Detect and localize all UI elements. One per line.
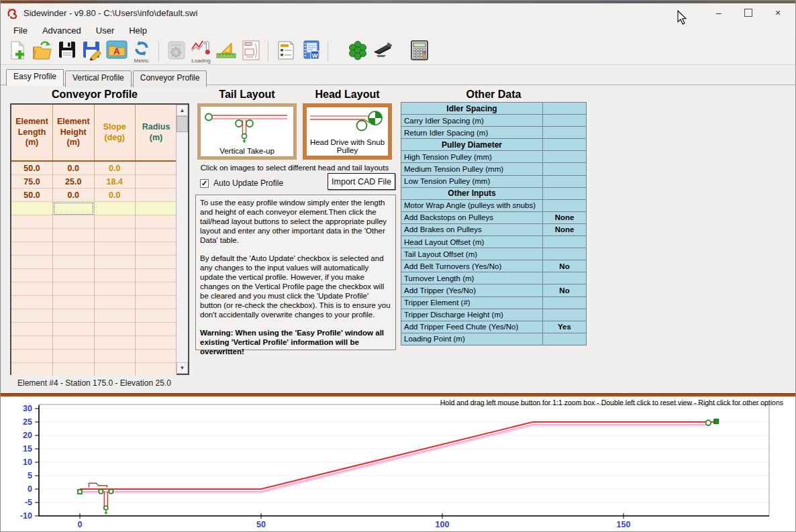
profile-cell[interactable] — [94, 363, 136, 376]
profile-cell[interactable] — [53, 323, 95, 336]
profile-cell[interactable] — [53, 215, 95, 229]
profile-cell[interactable] — [11, 229, 53, 242]
profile-cell[interactable]: 75.0 — [11, 175, 53, 189]
equipment-button[interactable] — [370, 39, 395, 64]
profile-cell[interactable] — [94, 282, 136, 296]
other-data-value[interactable] — [543, 333, 587, 345]
save-as-button[interactable] — [79, 39, 104, 64]
other-data-value[interactable]: No — [543, 260, 587, 272]
info-settings-button-disabled[interactable]: INFO — [164, 39, 189, 64]
scroll-up-arrow[interactable]: ▲ — [177, 105, 188, 116]
profile-cell[interactable] — [94, 296, 136, 309]
profile-cell[interactable] — [53, 282, 95, 296]
profile-cell[interactable] — [94, 269, 136, 282]
profile-cell[interactable]: 18.4 — [94, 175, 136, 189]
profile-cell[interactable] — [136, 215, 177, 229]
tab-conveyor-profile[interactable]: Conveyor Profile — [133, 70, 207, 87]
menu-file[interactable]: File — [6, 23, 35, 38]
profile-cell[interactable] — [94, 336, 136, 350]
profile-cell[interactable] — [94, 323, 136, 336]
profile-chart-svg[interactable]: 302520151050-5-10050100150 — [1, 396, 796, 532]
profile-cell[interactable]: 0.0 — [94, 189, 136, 202]
profile-cell[interactable] — [11, 242, 53, 256]
report-button[interactable] — [273, 39, 298, 64]
other-data-value[interactable] — [543, 151, 587, 163]
profile-cell[interactable]: 50.0 — [11, 161, 53, 175]
profile-cell[interactable] — [136, 350, 177, 363]
other-data-value[interactable]: Yes — [543, 321, 587, 333]
other-data-value[interactable] — [543, 139, 587, 151]
profile-cell[interactable] — [11, 202, 53, 215]
other-data-value[interactable]: None — [543, 223, 587, 235]
profile-cell[interactable] — [53, 242, 95, 256]
profile-cell[interactable] — [136, 256, 177, 269]
other-data-value[interactable]: None — [543, 211, 587, 223]
other-data-value[interactable] — [543, 175, 587, 187]
profile-cell[interactable] — [11, 282, 53, 296]
profile-cell[interactable] — [136, 242, 177, 256]
profile-cell[interactable] — [53, 309, 95, 323]
profile-cell[interactable] — [136, 161, 177, 175]
other-data-value[interactable] — [543, 127, 587, 139]
menu-user[interactable]: User — [89, 23, 121, 38]
profile-cell[interactable] — [136, 323, 177, 336]
profile-cell[interactable] — [94, 202, 136, 215]
profile-cell[interactable]: 0.0 — [53, 189, 95, 202]
profile-cell[interactable] — [94, 256, 136, 269]
ruler-button[interactable] — [213, 39, 238, 64]
profile-cell[interactable] — [53, 336, 95, 350]
import-cad-button[interactable]: Import CAD File — [328, 173, 395, 190]
profile-cell[interactable]: 50.0 — [11, 189, 53, 202]
other-data-value[interactable]: No — [543, 284, 587, 297]
profile-cell[interactable] — [94, 242, 136, 256]
profile-cell[interactable] — [11, 256, 53, 269]
profile-cell[interactable] — [11, 350, 53, 363]
other-data-value[interactable] — [543, 199, 587, 211]
tab-vertical-profile[interactable]: Vertical Profile — [65, 70, 132, 87]
title-bar[interactable]: Sidewinder - v9.80 - C:\Users\info\defau… — [1, 3, 795, 22]
profile-cell[interactable] — [136, 229, 177, 242]
profile-cell[interactable] — [53, 296, 95, 309]
profile-cell[interactable] — [53, 256, 95, 269]
metric-units-button[interactable]: Metric — [129, 39, 154, 64]
profile-cell[interactable] — [53, 363, 95, 376]
other-data-value[interactable] — [543, 187, 587, 199]
word-report-button[interactable]: W — [298, 39, 323, 64]
tail-layout-image[interactable]: Vertical Take-up — [197, 103, 297, 160]
other-data-value[interactable] — [543, 163, 587, 175]
profile-cell[interactable] — [136, 175, 177, 189]
open-file-button[interactable] — [30, 39, 54, 64]
profile-cell[interactable] — [11, 336, 53, 350]
profile-cell[interactable] — [136, 296, 177, 309]
save-button[interactable] — [54, 39, 79, 64]
maximize-button[interactable] — [734, 3, 763, 22]
profile-cell[interactable] — [11, 309, 53, 323]
menu-help[interactable]: Help — [121, 23, 154, 38]
profile-cell[interactable]: 0.0 — [53, 161, 95, 175]
material-properties-button[interactable] — [238, 39, 263, 64]
scroll-down-arrow[interactable]: ▼ — [177, 362, 188, 374]
chart-panel[interactable]: 302520151050-5-10050100150 Hold and drag… — [1, 396, 795, 532]
new-file-button[interactable] — [5, 39, 30, 64]
profile-cell[interactable] — [136, 363, 177, 376]
profile-cell[interactable] — [136, 336, 177, 350]
profile-cell[interactable] — [136, 202, 177, 215]
profile-cell[interactable] — [53, 229, 95, 242]
profile-cell[interactable] — [136, 269, 177, 282]
other-data-value[interactable] — [543, 297, 587, 309]
calculator-button[interactable] — [407, 39, 432, 64]
menu-advanced[interactable]: Advanced — [35, 23, 89, 38]
profile-cell[interactable] — [94, 229, 136, 242]
scrollbar-thumb[interactable] — [177, 116, 188, 132]
profile-cell[interactable] — [94, 309, 136, 323]
other-data-value[interactable] — [543, 103, 587, 115]
profile-cell[interactable] — [11, 296, 53, 309]
tab-easy-profile[interactable]: Easy Profile — [6, 69, 64, 86]
loading-settings-button[interactable]: °C Loading — [189, 39, 213, 64]
minimize-button[interactable]: – — [704, 3, 734, 22]
other-data-value[interactable] — [543, 115, 587, 127]
profile-cell[interactable]: 25.0 — [53, 175, 95, 189]
dynamics-button[interactable] — [345, 39, 370, 64]
profile-cell[interactable] — [53, 202, 95, 215]
profile-table-scrollbar[interactable]: ▲ ▼ — [176, 105, 188, 374]
